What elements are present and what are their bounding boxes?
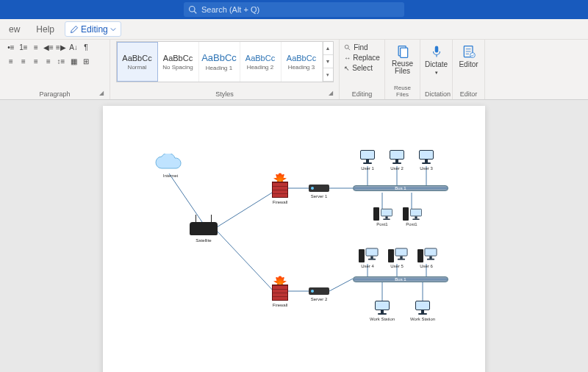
svg-rect-6 [434, 46, 438, 53]
voice-group-label: Dictation [425, 89, 448, 99]
monitor-icon [366, 248, 379, 260]
group-reuse-files: Reuse Files Reuse Files [385, 40, 420, 99]
styles-gallery[interactable]: AaBbCcNormal AaBbCcNo Spacing AaBbCcHead… [116, 41, 334, 82]
svg-point-0 [190, 7, 196, 12]
sort-button[interactable]: A↓ [68, 41, 79, 53]
editor-button[interactable]: Editor [454, 41, 484, 71]
firewall2-label: Firewall [273, 303, 288, 307]
align-left-button[interactable]: ≡ [5, 55, 17, 67]
ribbon-tabs: ew Help Editing [0, 19, 588, 40]
bullets-button[interactable]: •≡ [5, 41, 17, 53]
search-placeholder: Search (Alt + Q) [201, 5, 259, 14]
tower-icon [417, 249, 423, 262]
page[interactable]: Internet Satellite Firewall Server 1 Fir… [103, 106, 485, 372]
line-spacing-button[interactable]: ↕≡ [55, 55, 67, 67]
group-editing: Find ↔Replace ↖Select Editing [340, 40, 385, 99]
align-right-button[interactable]: ≡ [30, 55, 42, 67]
select-button[interactable]: ↖Select [342, 63, 382, 73]
microphone-icon [430, 44, 443, 59]
style-heading-2[interactable]: AaBbCcHeading 2 [240, 42, 282, 82]
justify-button[interactable]: ≡ [43, 55, 54, 67]
search-icon [188, 5, 197, 14]
svg-line-15 [329, 279, 353, 291]
server2-label: Server 2 [311, 297, 328, 301]
monitor-icon [390, 150, 404, 164]
editing-label: Editing [81, 24, 108, 35]
tower-icon [403, 207, 409, 221]
monitor-icon [375, 301, 390, 315]
router-icon [190, 222, 218, 235]
monitor-icon [425, 248, 437, 260]
server-icon [309, 185, 329, 192]
user1-label: User 1 [361, 166, 374, 171]
tab-help[interactable]: Help [30, 19, 60, 39]
tab-view[interactable]: ew [3, 19, 26, 39]
paragraph-group-label: Paragraph◢ [4, 89, 105, 99]
svg-rect-5 [400, 48, 407, 57]
monitor-icon [381, 209, 392, 220]
editor-icon [462, 44, 476, 59]
monitor-icon [360, 150, 375, 164]
files-icon [395, 44, 410, 59]
monitor-icon [419, 150, 434, 164]
reuse-group-label: Reuse Files [390, 83, 415, 99]
title-bar: Search (Alt + Q) [0, 0, 588, 19]
user2-label: User 2 [390, 166, 404, 171]
svg-point-8 [470, 53, 475, 58]
bus-bar: Bus 1 [353, 185, 448, 191]
decrease-indent-button[interactable]: ◀≡ [43, 41, 54, 53]
styles-gallery-more[interactable]: ▲▼▾ [323, 42, 333, 82]
show-marks-button[interactable]: ¶ [80, 41, 92, 53]
monitor-icon [395, 248, 408, 260]
editor-group-label: Editor [457, 89, 480, 99]
chevron-down-icon: ▾ [435, 70, 438, 76]
tower-icon [359, 249, 365, 262]
search-box[interactable]: Search (Alt + Q) [184, 2, 404, 17]
numbering-button[interactable]: 1≡ [18, 41, 29, 53]
cursor-icon: ↖ [344, 65, 350, 72]
paragraph-launcher-icon[interactable]: ◢ [99, 90, 104, 96]
firewall-icon [272, 176, 290, 198]
pencil-icon [70, 25, 79, 34]
bus-bar: Bus 1 [353, 276, 448, 282]
replace-button[interactable]: ↔Replace [342, 53, 382, 62]
search-icon [344, 44, 351, 51]
firewall-icon [272, 279, 290, 301]
style-normal[interactable]: AaBbCcNormal [117, 42, 158, 82]
replace-icon: ↔ [344, 54, 351, 62]
svg-line-3 [348, 48, 351, 50]
styles-launcher-icon[interactable]: ◢ [329, 90, 333, 96]
style-heading-1[interactable]: AaBbCcHeading 1 [199, 42, 240, 82]
server-icon [309, 287, 329, 295]
increase-indent-button[interactable]: ≡▶ [55, 41, 67, 53]
user4-label: User 4 [361, 264, 374, 268]
gallery-expand-icon[interactable]: ▾ [323, 68, 333, 82]
svg-line-10 [217, 190, 276, 227]
chevron-down-icon [110, 26, 116, 32]
borders-button[interactable]: ⊞ [80, 55, 92, 67]
ws2-label: Work Station [410, 317, 435, 321]
chevron-up-icon[interactable]: ▲ [323, 42, 333, 55]
user6-label: User 6 [420, 264, 433, 268]
svg-point-2 [345, 45, 348, 49]
user5-label: User 5 [390, 264, 404, 268]
editing-mode-button[interactable]: Editing [65, 21, 121, 37]
reuse-files-button[interactable]: Reuse Files [388, 41, 417, 78]
monitor-icon [410, 209, 422, 220]
network-diagram[interactable]: Internet Satellite Firewall Server 1 Fir… [132, 135, 456, 356]
align-center-button[interactable]: ≡ [18, 55, 29, 67]
style-heading-3[interactable]: AaBbCcHeading 3 [282, 42, 323, 82]
chevron-down-icon[interactable]: ▼ [323, 55, 333, 68]
styles-group-label: Styles◢ [115, 89, 334, 99]
document-area[interactable]: Internet Satellite Firewall Server 1 Fir… [0, 100, 588, 372]
find-button[interactable]: Find [342, 43, 382, 52]
firewall1-label: Firewall [273, 200, 288, 204]
dictate-button[interactable]: Dictate▾ [422, 41, 451, 79]
user3-label: User 3 [420, 166, 433, 171]
satellite-label: Satellite [196, 238, 211, 243]
tower-icon [373, 207, 379, 221]
multilevel-list-button[interactable]: ≡ [30, 41, 42, 53]
shading-button[interactable]: ▦ [68, 55, 79, 67]
svg-line-9 [169, 174, 202, 222]
style-no-spacing[interactable]: AaBbCcNo Spacing [158, 42, 199, 82]
